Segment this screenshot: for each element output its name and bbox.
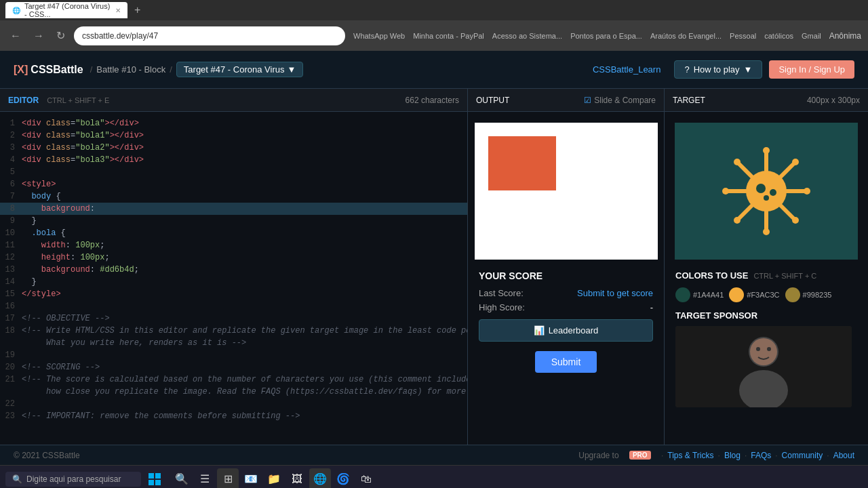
- submit-button[interactable]: Submit: [535, 351, 597, 373]
- how-to-play-button[interactable]: ? How to play ▼: [674, 60, 762, 79]
- breadcrumb-battle[interactable]: Battle #10 - Block: [96, 64, 165, 75]
- bookmark-item[interactable]: Acesso ao Sistema...: [490, 30, 565, 41]
- colors-section: COLORS TO USE CTRL + SHIFT + C #1A4A41 #…: [665, 270, 868, 302]
- active-tab[interactable]: 🌐 Target #47 (Corona Virus) - CSS... ✕: [5, 2, 127, 18]
- bookmark-item[interactable]: Araútos do Evangel...: [648, 30, 724, 41]
- logo-bracket: [X]: [14, 64, 28, 76]
- main-content: EDITOR CTRL + SHIFT + E 662 characters 1…: [0, 89, 868, 445]
- code-line: 15 </style>: [0, 288, 467, 300]
- colors-title: COLORS TO USE CTRL + SHIFT + C: [675, 270, 857, 281]
- submit-to-get-score-link[interactable]: Submit to get score: [577, 288, 653, 298]
- forward-button[interactable]: →: [30, 28, 47, 43]
- code-line: 18 <!-- Write HTML/CSS in this editor an…: [0, 325, 467, 337]
- tab-bar: 🌐 Target #47 (Corona Virus) - CSS... ✕ +: [0, 0, 868, 20]
- color-swatches: #1A4A41 #F3AC3C #998235: [675, 287, 857, 302]
- colors-title-text: COLORS TO USE: [675, 270, 748, 281]
- swatch-1: #1A4A41: [675, 287, 724, 302]
- taskbar-icon-edge[interactable]: 🌀: [332, 468, 354, 489]
- high-score-row: High Score: -: [479, 302, 653, 312]
- code-line: 16: [0, 300, 467, 312]
- upgrade-text: Upgrade to: [578, 451, 618, 460]
- code-line: 19: [0, 349, 467, 361]
- tips-tricks-link[interactable]: Tips & Tricks: [667, 451, 713, 460]
- svg-point-13: [792, 217, 799, 224]
- bar-chart-icon: 📊: [534, 325, 545, 336]
- bookmark-item[interactable]: Minha conta - PayPal: [410, 30, 487, 41]
- target-canvas: [675, 123, 858, 260]
- bookmark-item[interactable]: Pontos para o Espa...: [568, 30, 645, 41]
- community-link[interactable]: Community: [782, 451, 823, 460]
- last-score-row: Last Score: Submit to get score: [479, 288, 653, 298]
- taskbar-icon-folder[interactable]: 📁: [263, 468, 285, 489]
- about-link[interactable]: About: [833, 451, 854, 460]
- target-label: TARGET: [673, 96, 705, 105]
- slide-compare-label: Slide & Compare: [594, 96, 656, 105]
- svg-rect-28: [149, 480, 154, 485]
- svg-point-15: [734, 217, 741, 224]
- code-line: 1 <div class="bola"></div>: [0, 117, 467, 129]
- code-line: 21 <!-- The score is calculated based on…: [0, 373, 467, 386]
- taskbar-icon-store[interactable]: 🛍: [355, 468, 377, 489]
- footer-links: Upgrade to PRO · Tips & Tricks · Blog · …: [578, 451, 854, 460]
- reload-button[interactable]: ↻: [53, 28, 68, 43]
- profile-name: Anônima: [829, 31, 861, 41]
- tab-close-icon[interactable]: ✕: [115, 7, 121, 14]
- blog-link[interactable]: Blog: [724, 451, 741, 460]
- svg-rect-27: [155, 473, 161, 479]
- output-canvas: [475, 123, 658, 260]
- breadcrumb-current[interactable]: Target #47 - Corona Virus ▼: [176, 62, 304, 77]
- svg-point-12: [734, 159, 741, 165]
- high-score-label: High Score:: [479, 302, 525, 312]
- target-size: 400px x 300px: [807, 96, 860, 105]
- logo: [X] CSSBattle: [14, 64, 83, 76]
- bookmark-item[interactable]: WhatsApp Web: [351, 30, 408, 41]
- code-line: 5: [0, 166, 467, 178]
- code-line: 12 height: 100px;: [0, 251, 467, 264]
- sponsor-section: TARGET SPONSOR: [665, 310, 868, 407]
- editor-label: EDITOR: [8, 96, 39, 105]
- faqs-link[interactable]: FAQs: [751, 451, 771, 460]
- sponsor-image: [675, 326, 852, 407]
- search-icon: 🔍: [12, 474, 22, 484]
- breadcrumb-current-text: Target #47 - Corona Virus: [184, 64, 285, 75]
- code-editor[interactable]: 1 <div class="bola"></div> 2 <div class=…: [0, 112, 467, 445]
- taskbar-icon-task[interactable]: ☰: [194, 468, 216, 489]
- taskbar-icon-mail[interactable]: 📧: [240, 468, 262, 489]
- score-title: YOUR SCORE: [479, 270, 653, 281]
- target-toolbar: TARGET 400px x 300px: [665, 89, 868, 112]
- sign-in-button[interactable]: Sign In / Sign Up: [769, 60, 854, 79]
- last-score-label: Last Score:: [479, 288, 524, 298]
- taskbar-icon-apps[interactable]: ⊞: [217, 468, 239, 489]
- swatch-2: #F3AC3C: [729, 287, 779, 302]
- taskbar-icon-photos[interactable]: 🖼: [286, 468, 308, 489]
- code-line: 9 }: [0, 215, 467, 227]
- taskbar-icon-search[interactable]: 🔍: [171, 468, 193, 489]
- logo-text: CSSBattle: [31, 64, 83, 76]
- windows-icon[interactable]: [144, 468, 165, 489]
- chevron-down-icon: ▼: [287, 64, 296, 75]
- bookmark-item[interactable]: católicos: [762, 30, 796, 41]
- code-line: 14 }: [0, 276, 467, 288]
- bookmark-item[interactable]: Pessoal: [727, 30, 759, 41]
- url-bar[interactable]: cssbattle.dev/play/47: [74, 26, 345, 45]
- bookmark-item[interactable]: Gmail: [799, 30, 824, 41]
- code-line: 10 .bola {: [0, 227, 467, 239]
- new-tab-button[interactable]: +: [130, 4, 144, 16]
- swatch-label-2: #F3AC3C: [747, 291, 779, 299]
- taskbar-icon-chrome[interactable]: 🌐: [309, 468, 331, 489]
- taskbar-search[interactable]: 🔍 Digite aqui para pesquisar: [5, 472, 141, 487]
- swatch-circle-2: [729, 287, 744, 302]
- back-button[interactable]: ←: [7, 28, 24, 43]
- question-icon: ?: [684, 64, 689, 75]
- pro-badge[interactable]: PRO: [629, 451, 651, 460]
- editor-shortcut: CTRL + SHIFT + E: [47, 96, 109, 104]
- learn-link[interactable]: CSSBattle_Learn: [593, 64, 660, 75]
- browser-chrome: 🌐 Target #47 (Corona Virus) - CSS... ✕ +…: [0, 0, 868, 51]
- leaderboard-button[interactable]: 📊 Leaderboard: [479, 319, 653, 342]
- code-line: 2 <div class="bola1"></div>: [0, 129, 467, 142]
- breadcrumb: / Battle #10 - Block / Target #47 - Coro…: [90, 62, 304, 77]
- output-label: OUTPUT: [476, 96, 509, 105]
- app-header: [X] CSSBattle / Battle #10 - Block / Tar…: [0, 51, 868, 89]
- swatch-3: #998235: [785, 287, 832, 302]
- editor-panel: EDITOR CTRL + SHIFT + E 662 characters 1…: [0, 89, 468, 445]
